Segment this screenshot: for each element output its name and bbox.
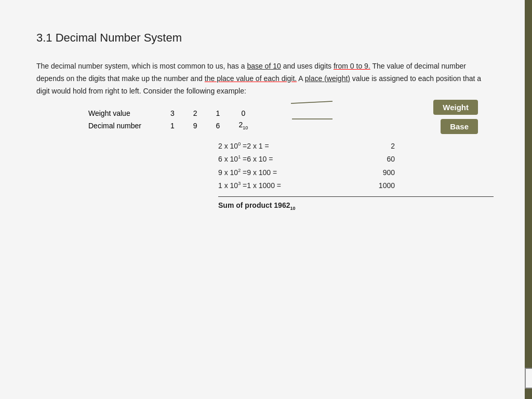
- calculations-area: 2 x 100 =2 x 1 = 2 6 x 101 =6 x 10 = 60 …: [36, 140, 494, 211]
- decimal-col-6: 6: [207, 119, 230, 132]
- table-container: Weight value 3 2 1 0 Decimal number 1 9 …: [36, 108, 494, 132]
- decimal-col-1: 1: [161, 119, 184, 132]
- weight-col-0: 0: [229, 108, 257, 119]
- calc-expr-3: 9 x 102 =9 x 100 =: [218, 166, 277, 179]
- calc-result-1: 2: [369, 140, 395, 153]
- place-weight-text: place (weight): [305, 74, 350, 83]
- weight-col-3: 3: [161, 108, 184, 119]
- calc-result-2: 60: [369, 153, 395, 166]
- intro-paragraph: The decimal number system, which is most…: [36, 60, 494, 97]
- page-number: 2: [525, 368, 532, 389]
- sum-row: Sum of product 196210: [218, 201, 494, 211]
- table-row-decimal: Decimal number 1 9 6 210: [88, 119, 257, 132]
- calc-expr-4: 1 x 103 =1 x 1000 =: [218, 179, 281, 192]
- calc-expr-1: 2 x 100 =2 x 1 =: [218, 140, 269, 153]
- weight-col-2: 2: [184, 108, 207, 119]
- callout-weight: Weight: [433, 100, 478, 115]
- decimal-col-9: 9: [184, 119, 207, 132]
- calc-expr-2: 6 x 101 =6 x 10 =: [218, 153, 273, 166]
- weight-table: Weight value 3 2 1 0 Decimal number 1 9 …: [88, 108, 257, 132]
- calc-row-3: 9 x 102 =9 x 100 = 900: [218, 166, 395, 179]
- callout-base: Base: [441, 119, 478, 134]
- table-row-weight: Weight value 3 2 1 0: [88, 108, 257, 119]
- weight-col-1: 1: [207, 108, 230, 119]
- calculations: 2 x 100 =2 x 1 = 2 6 x 101 =6 x 10 = 60 …: [218, 140, 494, 192]
- sidebar: Chapter 3: Number Systems and Codes in P…: [525, 0, 532, 399]
- subscript-10: 10: [243, 125, 248, 130]
- sum-text: Sum of product 196210: [218, 201, 295, 209]
- place-value-text: the place value of each digit.: [205, 74, 297, 83]
- calc-row-1: 2 x 100 =2 x 1 = 2: [218, 140, 395, 153]
- sum-subscript: 10: [290, 206, 295, 211]
- base-of-10-text: base of 10: [247, 62, 281, 70]
- svg-line-0: [291, 101, 332, 103]
- decimal-label: Decimal number: [88, 119, 161, 132]
- weight-label: Weight value: [88, 108, 161, 119]
- calc-result-3: 900: [369, 166, 395, 179]
- divider-line: [218, 196, 494, 197]
- weight-table-area: Weight value 3 2 1 0 Decimal number 1 9 …: [88, 108, 494, 132]
- calc-result-4: 1000: [369, 179, 395, 192]
- page-title: 3.1 Decimal Number System: [36, 31, 494, 45]
- from-to-text: from 0 to 9.: [334, 62, 370, 70]
- decimal-col-2: 210: [229, 119, 257, 132]
- calc-row-4: 1 x 103 =1 x 1000 = 1000: [218, 179, 395, 192]
- main-content: 3.1 Decimal Number System The decimal nu…: [0, 0, 525, 399]
- calc-row-2: 6 x 101 =6 x 10 = 60: [218, 153, 395, 166]
